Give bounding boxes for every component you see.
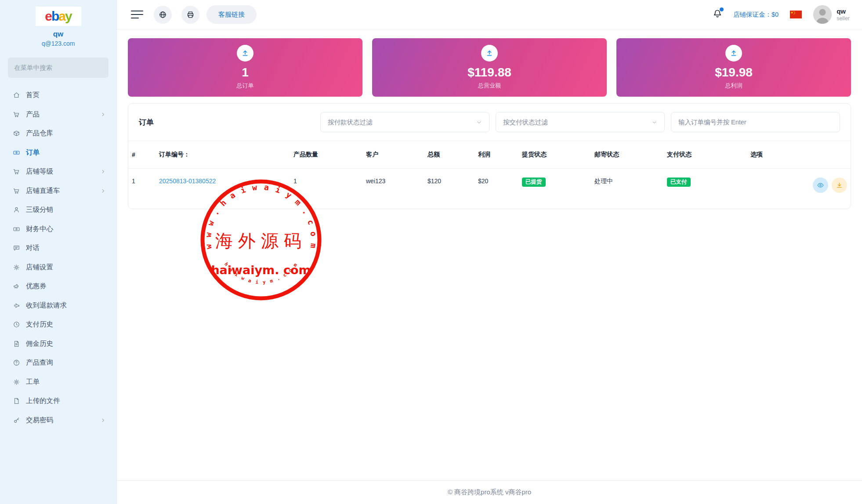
sidebar-item-orders[interactable]: 订单: [0, 143, 116, 163]
upload-icon: [237, 45, 254, 62]
col-header-customer: 客户: [362, 141, 424, 169]
china-flag-icon[interactable]: [790, 11, 802, 18]
sidebar-item-store-express[interactable]: 店铺直通车: [0, 181, 116, 201]
sidebar-item-finance-center[interactable]: 财务中心: [0, 220, 116, 239]
sidebar-item-label: 对话: [26, 243, 106, 253]
print-button[interactable]: [181, 6, 199, 24]
stat-label: 总营业额: [478, 82, 501, 90]
avatar[interactable]: [813, 5, 832, 24]
orders-filters: 按付款状态过滤 按交付状态过滤: [320, 112, 840, 132]
logo-letter: b: [51, 10, 58, 23]
sidebar-item-label: 财务中心: [26, 225, 106, 234]
sidebar-item-label: 店铺等级: [26, 167, 100, 176]
delivery-status-filter-placeholder: 按交付状态过滤: [503, 118, 652, 127]
sidebar-item-store-settings[interactable]: 店铺设置: [0, 258, 116, 277]
sidebar-item-label: 交易密码: [26, 416, 100, 425]
sidebar-item-coupons[interactable]: 优惠券: [0, 277, 116, 296]
cog-icon: [13, 378, 20, 386]
logo-letter: y: [65, 10, 72, 23]
sidebar-item-product-warehouse[interactable]: 产品仓库: [0, 124, 116, 143]
row-profit: $20: [474, 169, 518, 209]
sidebar-item-label: 佣金历史: [26, 339, 106, 348]
clock-icon: [13, 321, 20, 328]
chevron-down-icon: [652, 120, 657, 125]
logo-letter: e: [45, 10, 51, 23]
question-icon: [13, 359, 20, 366]
sidebar-item-store-level[interactable]: 店铺等级: [0, 162, 116, 181]
stamp-bottom-text: h a i w a i y m . c o m: [223, 261, 299, 285]
ebay-logo[interactable]: ebay: [36, 7, 81, 26]
sidebar-item-label: 三级分销: [26, 205, 106, 214]
store-deposit-link[interactable]: 店铺保证金：$0: [733, 11, 779, 19]
sidebar-item-work-orders[interactable]: 工单: [0, 373, 116, 392]
sidebar-item-home[interactable]: 首页: [0, 86, 116, 105]
table-row: 1 20250813-01380522 1 wei123 $120 $20 已提…: [128, 169, 851, 209]
notification-badge: [720, 7, 724, 11]
cart-icon: [13, 187, 20, 195]
table-header-row: # 订单编号： 产品数量 客户 总额 利润 提货状态 邮寄状态 支付状态 选项: [128, 141, 851, 169]
upload-icon: [481, 45, 498, 62]
sidebar-item-distribution[interactable]: 三级分销: [0, 200, 116, 220]
stat-value: $119.88: [467, 65, 511, 80]
sidebar-item-uploaded-files[interactable]: 上传的文件: [0, 392, 116, 411]
row-total: $120: [424, 169, 474, 209]
topbar-user-role: seller: [837, 15, 850, 22]
row-mail-status: 处理中: [591, 169, 663, 209]
col-header-total: 总额: [424, 141, 474, 169]
topbar-user-name: qw: [837, 7, 850, 15]
sidebar-item-transaction-password[interactable]: 交易密码: [0, 411, 116, 430]
sidebar-item-refund-requests[interactable]: 收到退款请求: [0, 296, 116, 315]
order-number-search-input[interactable]: [671, 112, 840, 132]
chevron-right-icon: [100, 169, 106, 174]
cart-icon: [13, 111, 20, 118]
key-icon: [13, 417, 20, 424]
sidebar-user-name: qw: [0, 30, 116, 39]
person-icon: [13, 206, 20, 214]
row-qty: 1: [290, 169, 362, 209]
support-link-button[interactable]: 客服链接: [206, 5, 257, 24]
stat-card-total-revenue[interactable]: $119.88 总营业额: [372, 38, 607, 97]
sidebar-search: [8, 58, 109, 78]
stat-card-total-profit[interactable]: $19.98 总利润: [616, 38, 851, 97]
app-window: ebay qw q@123.com 首页 产品 产品仓库: [0, 0, 862, 504]
language-button[interactable]: [154, 6, 172, 24]
menu-search-input[interactable]: [8, 58, 109, 78]
payment-status-badge: 已支付: [667, 178, 691, 187]
document-icon: [13, 340, 20, 348]
logo-letter: a: [58, 10, 65, 23]
sidebar-user-block: qw q@123.com: [0, 30, 116, 47]
view-order-button[interactable]: [813, 178, 828, 193]
col-header-profit: 利润: [474, 141, 518, 169]
stamp-center-domain: haiwaiym. com: [211, 263, 311, 277]
stat-label: 总利润: [725, 82, 742, 90]
sidebar-item-label: 优惠券: [26, 282, 106, 291]
sidebar-item-payment-history[interactable]: 支付历史: [0, 315, 116, 334]
notifications-button[interactable]: [712, 8, 723, 21]
sidebar-item-commission-history[interactable]: 佣金历史: [0, 334, 116, 354]
sidebar-item-label: 工单: [26, 377, 106, 387]
person-silhouette-icon: [813, 5, 832, 24]
sidebar-menu: 首页 产品 产品仓库 订单 店铺等级 店铺直通车: [0, 83, 116, 432]
row-customer: wei123: [362, 169, 424, 209]
payment-status-filter[interactable]: 按付款状态过滤: [320, 112, 489, 132]
delivery-status-filter[interactable]: 按交付状态过滤: [496, 112, 665, 132]
sidebar-item-label: 支付历史: [26, 320, 106, 329]
download-order-button[interactable]: [832, 178, 847, 193]
banknote-icon: [13, 149, 20, 156]
sidebar-item-product-inquiry[interactable]: 产品查询: [0, 353, 116, 373]
col-header-index: #: [128, 141, 156, 169]
orders-panel-header: 订单 按付款状态过滤 按交付状态过滤: [128, 104, 851, 141]
topbar-user-block[interactable]: qw seller: [837, 7, 850, 22]
copyright-text: © 商谷跨境pro系统 v商谷pro: [448, 488, 531, 497]
stat-card-total-orders[interactable]: 1 总订单: [128, 38, 362, 97]
sidebar-item-label: 产品查询: [26, 358, 106, 367]
pickup-status-badge: 已提货: [522, 178, 546, 187]
eye-icon: [817, 181, 824, 189]
order-number-link[interactable]: 20250813-01380522: [159, 178, 216, 185]
sidebar-item-chat[interactable]: 对话: [0, 239, 116, 258]
page-content: 1 总订单 $119.88 总营业额 $19.98 总利润: [117, 29, 862, 480]
sidebar-toggle-button[interactable]: [131, 11, 144, 18]
col-header-order-no: 订单编号：: [156, 141, 290, 169]
sidebar-item-products[interactable]: 产品: [0, 105, 116, 124]
refund-icon: [13, 302, 20, 309]
